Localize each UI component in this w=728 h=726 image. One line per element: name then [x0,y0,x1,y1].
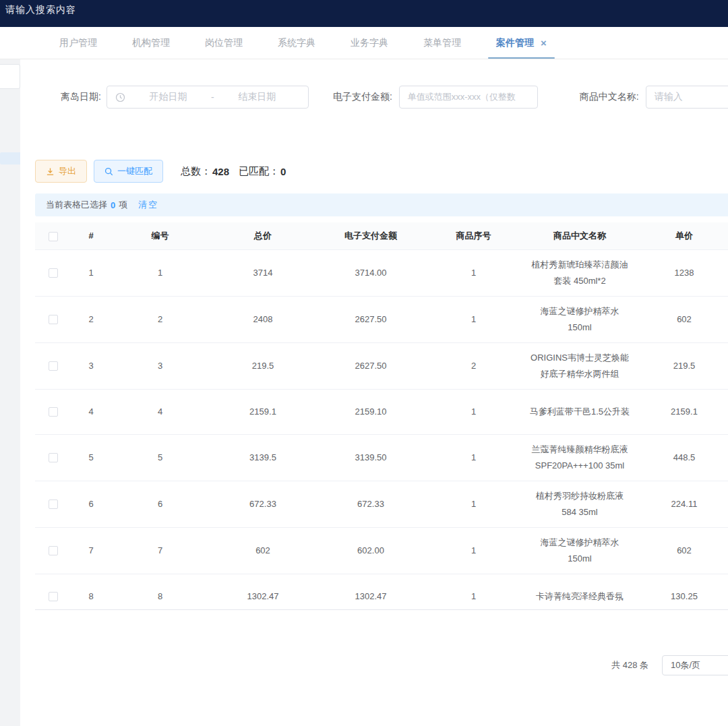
one-click-match-button[interactable]: 一键匹配 [94,160,163,183]
tab-label: 机构管理 [132,37,170,49]
selection-prefix: 当前表格已选择 [46,199,107,211]
table-row: 1 1 3714 3714.00 1 植村秀新琥珀臻萃洁颜油套装 450ml*2… [35,249,728,296]
topbar: 请输入搜索内容 [0,0,728,27]
cell-epay: 672.33 [317,481,425,527]
cell-unit-price: 2159.1 [637,389,728,434]
cell-product-name: 植村秀新琥珀臻萃洁颜油套装 450ml*2 [522,249,637,296]
column-header-seq: 商品序号 [425,222,522,249]
clear-selection-link[interactable]: 清空 [138,199,158,211]
epay-amount-input[interactable]: 单值或范围xxx-xxx（仅整数 [399,86,538,109]
cell-total: 672.33 [209,481,317,527]
column-header-code: 编号 [111,222,209,249]
global-search-input[interactable]: 请输入搜索内容 [5,4,76,16]
row-checkbox[interactable] [49,546,58,555]
cell-epay: 2627.50 [317,342,425,389]
cell-total: 602 [209,527,317,574]
tab-label: 用户管理 [59,37,97,49]
cell-code: 3 [111,342,209,389]
cell-unit-price: 602 [637,296,728,342]
tab-label: 岗位管理 [205,37,243,49]
select-all-checkbox[interactable] [49,232,58,241]
cell-unit-price: 1238 [637,249,728,296]
cell-seq: 1 [425,296,522,342]
matched-value: 0 [280,166,286,177]
collapsed-panel-fragment [0,64,20,89]
cell-total: 3139.5 [209,434,317,481]
row-checkbox[interactable] [49,315,58,324]
match-button-label: 一键匹配 [117,165,152,177]
table-row: 5 5 3139.5 3139.50 1 兰蔻菁纯臻颜精华粉底液SPF20PA+… [35,434,728,481]
selection-info-bar: 当前表格已选择 0 项 清空 [35,193,728,216]
toolbar: 导出 一键匹配 总数： 428 已匹配： 0 [35,160,289,183]
tab[interactable]: 案件管理 × [479,27,564,59]
row-checkbox[interactable] [49,592,58,601]
export-button-label: 导出 [59,165,76,177]
cell-epay: 2627.50 [317,296,425,342]
page-size-select[interactable]: 10条/页 [662,655,728,675]
column-header-index: # [71,222,111,249]
tab[interactable]: 机构管理 [115,27,187,59]
page-size-value: 10条/页 [671,659,700,671]
cell-seq: 2 [425,342,522,389]
date-range-label: 离岛日期: [61,91,101,103]
tab[interactable]: 岗位管理 [187,27,260,59]
tab[interactable]: 用户管理 [42,27,115,59]
row-checkbox[interactable] [49,361,58,371]
total-value: 428 [212,166,229,177]
export-button[interactable]: 导出 [35,160,87,183]
column-header-unit: 单价 [637,222,728,249]
cell-product-name: 兰蔻菁纯臻颜精华粉底液SPF20PA+++100 35ml [522,434,637,481]
cell-epay: 3714.00 [317,249,425,296]
tab-label: 案件管理 [496,37,534,49]
cell-product-name: ORIGINS韦博士灵芝焕能好底子精华水两件组 [522,342,637,389]
end-date-placeholder: 结束日期 [214,91,300,103]
cell-epay: 2159.10 [317,389,425,434]
cell-code: 1 [111,249,209,296]
date-range-picker[interactable]: 开始日期 - 结束日期 [107,86,309,109]
table-header-row: # 编号 总价 电子支付金额 商品序号 商品中文名称 单价 [35,222,728,249]
tabs-bar: 用户管理 机构管理 岗位管理 系统字典 业务字典 菜单管理 案件管理 × [0,27,728,59]
pagination-total: 共 428 条 [611,659,648,671]
row-checkbox[interactable] [49,268,58,278]
cell-total: 2408 [209,296,317,342]
cell-product-name: 植村秀羽纱持妆粉底液 584 35ml [522,481,637,527]
row-checkbox[interactable] [49,453,58,462]
search-icon [104,167,113,176]
table-row: 2 2 2408 2627.50 1 海蓝之谜修护精萃水 150ml 602 [35,296,728,342]
column-header-name: 商品中文名称 [522,222,637,249]
cell-seq: 1 [425,481,522,527]
table-row: 6 6 672.33 672.33 1 植村秀羽纱持妆粉底液 584 35ml … [35,481,728,527]
stats-text: 总数： 428 已匹配： 0 [181,165,289,178]
table-row: 7 7 602 602.00 1 海蓝之谜修护精萃水 150ml 602 [35,527,728,574]
cell-index: 4 [71,389,111,434]
matched-label: 已匹配： [239,165,279,178]
cell-unit-price: 224.11 [637,481,728,527]
cell-total: 1302.47 [209,574,317,610]
start-date-placeholder: 开始日期 [125,91,211,103]
cell-code: 7 [111,527,209,574]
cell-code: 8 [111,574,209,610]
table-row: 4 4 2159.1 2159.10 1 马爹利蓝带干邑1.5公升装 2159.… [35,389,728,434]
download-icon [46,167,55,176]
cell-seq: 1 [425,389,522,434]
cell-index: 5 [71,434,111,481]
cell-seq: 1 [425,527,522,574]
close-icon[interactable]: × [541,38,547,48]
cell-epay: 1302.47 [317,574,425,610]
cell-index: 1 [71,249,111,296]
tab[interactable]: 业务字典 [333,27,406,59]
cell-seq: 1 [425,574,522,610]
row-checkbox[interactable] [49,500,58,509]
cell-code: 2 [111,296,209,342]
epay-amount-label: 电子支付金额: [333,91,392,103]
cell-index: 3 [71,342,111,389]
cell-product-name: 海蓝之谜修护精萃水 150ml [522,527,637,574]
cell-total: 219.5 [209,342,317,389]
tab[interactable]: 系统字典 [260,27,333,59]
cell-unit-price: 602 [637,527,728,574]
row-checkbox[interactable] [49,407,58,417]
tab[interactable]: 菜单管理 [406,27,479,59]
product-name-input[interactable]: 请输入 [646,86,728,109]
cell-index: 6 [71,481,111,527]
cell-seq: 1 [425,249,522,296]
